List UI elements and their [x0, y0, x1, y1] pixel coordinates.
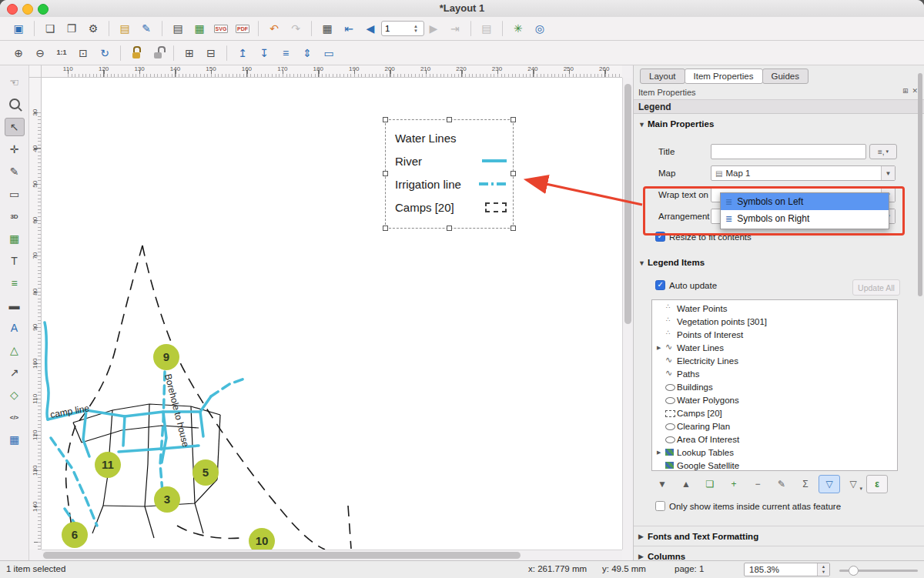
zoom-actual-size-button[interactable]: 1:1	[52, 44, 71, 62]
sum-feature-count-button[interactable]: Σ	[795, 475, 816, 493]
unlock-all-items-button[interactable]	[149, 44, 167, 62]
print-layout-button[interactable]: ▤	[169, 19, 187, 38]
legend-item-water-lines[interactable]: ▶ Water Lines	[652, 341, 897, 354]
zoom-full-button[interactable]: ⊡	[74, 44, 92, 62]
selection-handle[interactable]	[511, 226, 516, 231]
add-group-button[interactable]: ❏	[699, 475, 721, 493]
vertical-scrollbar[interactable]	[622, 78, 633, 550]
move-item-up-button[interactable]: ▲	[675, 475, 697, 493]
data-defined-override-button[interactable]: ≡,▾	[869, 144, 897, 159]
legend-item-clearing-plan[interactable]: Clearing Plan	[652, 419, 897, 433]
auto-update-checkbox[interactable]	[655, 280, 665, 290]
atlas-page-spinner[interactable]: ▲▼	[413, 24, 418, 33]
filter-by-expression-button[interactable]: ▽	[842, 475, 864, 493]
legend-item-google-satellite[interactable]: Google Satellite	[652, 459, 897, 471]
add-html-tool[interactable]: </>	[5, 408, 25, 426]
selection-handle[interactable]	[383, 117, 388, 122]
vertical-scrollbar-thumb[interactable]	[624, 84, 631, 324]
resize-items-button[interactable]: ▭	[320, 44, 338, 62]
align-items-button[interactable]: ≡	[276, 44, 295, 62]
legend-title-input[interactable]	[711, 144, 866, 159]
main-properties-header[interactable]: ▼Main Properties	[638, 119, 714, 129]
legend-item-electricity-lines[interactable]: Electricity Lines	[652, 354, 897, 367]
ungroup-items-button[interactable]: ⊟	[202, 44, 220, 62]
legend-item-vegetation-points[interactable]: Vegetation points [301]	[652, 315, 897, 328]
distribute-items-button[interactable]: ⇕	[298, 44, 316, 62]
atlas-first-feature-button[interactable]: ⇤	[340, 19, 358, 38]
expression-filter-button[interactable]: ε	[866, 475, 888, 493]
add-items-from-template-button[interactable]: ▤	[116, 19, 134, 38]
zoom-level-combo[interactable]: 185.3% ▲▼	[744, 563, 830, 576]
add-legend-item-button[interactable]: +	[723, 475, 745, 493]
move-item-down-button[interactable]: ▼	[651, 475, 673, 493]
atlas-previous-feature-button[interactable]: ◀	[361, 19, 380, 38]
export-as-svg-button[interactable]: SVG	[212, 19, 230, 38]
option-symbols-on-left[interactable]: ≣ Symbols on Left	[721, 193, 889, 210]
legend-item-area-of-interest[interactable]: Area Of Interest	[652, 433, 897, 446]
undo-button[interactable]: ↶	[265, 19, 283, 38]
edit-legend-item-button[interactable]: ✎	[771, 475, 792, 493]
refresh-view-button[interactable]: ↻	[95, 44, 114, 62]
new-layout-button[interactable]: ❏	[41, 19, 59, 38]
expand-arrow-icon[interactable]: ▶	[657, 449, 665, 456]
legend-items-header[interactable]: ▼Legend Items	[638, 258, 705, 267]
layout-page[interactable]: 9 11 5 3 6 10 camp line Borehole to hous…	[42, 78, 622, 550]
export-as-image-button[interactable]: ▦	[190, 19, 209, 38]
legend-item-water-polygons[interactable]: Water Polygons	[652, 393, 897, 406]
atlas-next-feature-button[interactable]: ▶	[424, 19, 443, 38]
select-move-item-tool[interactable]: ↖	[5, 118, 25, 136]
legend-item-lookup-tables[interactable]: ▶ Lookup Tables	[652, 446, 897, 459]
filter-legend-by-map-button[interactable]: ▽	[819, 475, 840, 493]
legend-item-camps[interactable]: Camps [20]	[652, 406, 897, 419]
tab-layout[interactable]: Layout	[640, 68, 685, 84]
option-symbols-on-right[interactable]: ≣ Symbols on Right	[721, 210, 889, 227]
save-project-button[interactable]: ▣	[9, 19, 28, 38]
zoom-to-full-extent-button[interactable]: ◎	[531, 19, 549, 38]
selection-handle[interactable]	[511, 117, 516, 122]
map-select-combo[interactable]: ▤ Map 1 ▼	[711, 165, 896, 181]
selection-handle[interactable]	[511, 171, 516, 176]
legend-item-preview[interactable]: Water Lines River Irrigation line	[385, 119, 514, 229]
add-scale-bar-tool[interactable]: ▬	[5, 296, 25, 315]
redo-button[interactable]: ↷	[286, 19, 305, 38]
duplicate-layout-button[interactable]: ❐	[62, 19, 81, 38]
remove-legend-item-button[interactable]: −	[747, 475, 768, 493]
close-panel-icon[interactable]: ✕	[912, 87, 918, 95]
tab-guides[interactable]: Guides	[762, 68, 808, 84]
legend-item-water-points[interactable]: Water Points	[652, 302, 897, 315]
section-fonts-and-text-formatting[interactable]: ▶ Fonts and Text Formatting	[634, 526, 924, 546]
layout-manager-button[interactable]: ⚙	[84, 19, 102, 38]
print-atlas-button[interactable]: ▤	[477, 19, 496, 38]
update-all-button[interactable]: Update All	[852, 279, 900, 296]
add-shape-tool[interactable]: △	[5, 341, 25, 359]
selection-handle[interactable]	[447, 117, 452, 122]
pan-layout-tool[interactable]: ☜	[5, 73, 25, 92]
lock-selected-items-button[interactable]	[127, 44, 146, 62]
legend-item-buildings[interactable]: Buildings	[652, 380, 897, 393]
raise-items-button[interactable]: ↥	[233, 44, 252, 62]
panel-scrollbar-thumb[interactable]	[918, 73, 922, 296]
horizontal-scrollbar[interactable]	[42, 550, 622, 560]
legend-item-points-of-interest[interactable]: Points of Interest	[652, 328, 897, 341]
export-as-pdf-button[interactable]: PDF	[233, 19, 252, 38]
save-as-template-button[interactable]: ✎	[137, 19, 156, 38]
float-panel-icon[interactable]: ⊞	[902, 87, 909, 95]
zoom-out-button[interactable]: ⊖	[31, 44, 49, 62]
atlas-preview-button[interactable]: ▦	[318, 19, 336, 38]
horizontal-scrollbar-thumb[interactable]	[43, 552, 521, 559]
selection-handle[interactable]	[447, 226, 452, 231]
selection-handle[interactable]	[383, 171, 388, 176]
legend-item-paths[interactable]: Paths	[652, 367, 897, 380]
atlas-settings-button[interactable]: ✳	[509, 19, 527, 38]
selection-handle[interactable]	[383, 226, 388, 231]
zoom-slider[interactable]	[839, 570, 918, 572]
zoom-slider-thumb[interactable]	[849, 566, 859, 576]
tab-item-properties[interactable]: Item Properties	[685, 68, 763, 84]
lower-items-button[interactable]: ↧	[255, 44, 273, 62]
atlas-filter-checkbox[interactable]	[655, 501, 665, 511]
add-picture-tool[interactable]: ▦	[5, 229, 25, 248]
resize-to-fit-checkbox[interactable]	[655, 232, 665, 242]
group-items-button[interactable]: ⊞	[180, 44, 199, 62]
expand-arrow-icon[interactable]: ▶	[657, 345, 665, 351]
atlas-last-feature-button[interactable]: ⇥	[446, 19, 464, 38]
